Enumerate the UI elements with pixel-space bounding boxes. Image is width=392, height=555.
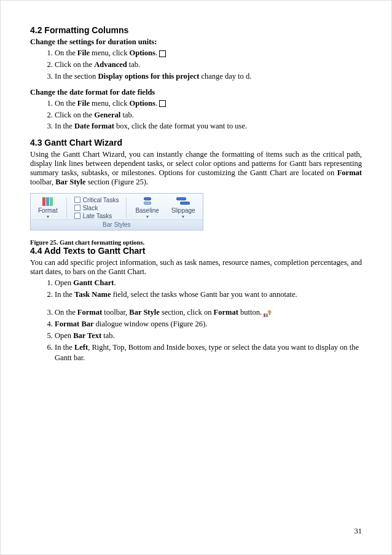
heading-4-3: 4.3 Gantt Chart Wizard xyxy=(30,138,362,148)
format-icon xyxy=(42,197,53,206)
ribbon-group-caption: Bar Styles xyxy=(31,219,203,230)
document-page: 4.2 Formatting Columns Change the settin… xyxy=(0,0,392,555)
check-late-tasks[interactable]: Late Tasks xyxy=(74,213,112,219)
steps-4-4: Open Gantt Chart. In the Task Name field… xyxy=(44,278,362,363)
svg-rect-1 xyxy=(266,313,268,317)
slippage-button[interactable]: Slippage ▾ xyxy=(168,196,199,219)
subheading-duration-units: Change the settings for duration units: xyxy=(30,37,362,47)
step: Click on the General tab. xyxy=(55,110,362,120)
check-slack[interactable]: Slack xyxy=(74,205,98,211)
format-button[interactable]: Format ▾ xyxy=(34,196,61,219)
options-icon xyxy=(159,50,166,57)
format-button-icon xyxy=(264,309,273,315)
ribbon-checks: Critical Tasks Slack Late Tasks xyxy=(72,196,122,219)
heading-4-4: 4.4 Add Texts to Gantt Chart xyxy=(30,246,362,256)
step: In the section Display options for this … xyxy=(55,71,362,82)
ribbon-figure: Format ▾ Critical Tasks Slack Late Tasks xyxy=(30,193,362,230)
steps-duration-units: On the File menu, click Options. Click o… xyxy=(44,48,362,82)
ribbon-bar-styles: Format ▾ Critical Tasks Slack Late Tasks xyxy=(30,193,203,230)
slippage-icon xyxy=(176,197,190,205)
step: On the Format toolbar, Bar Style section… xyxy=(55,306,362,318)
check-critical-tasks[interactable]: Critical Tasks xyxy=(74,197,119,203)
step: Open Gantt Chart. xyxy=(55,278,362,288)
para-4-4: You can add specific project information… xyxy=(30,258,362,277)
options-icon xyxy=(159,100,166,107)
baseline-icon xyxy=(144,197,151,205)
step: In the Date format box, click the date f… xyxy=(55,121,362,132)
step: Open Bar Text tab. xyxy=(55,331,362,341)
chevron-down-icon: ▾ xyxy=(182,214,184,219)
step: On the File menu, click Options. xyxy=(55,98,362,109)
step: In the Left, Right, Top, Bottom and Insi… xyxy=(55,342,362,363)
steps-date-format: On the File menu, click Options. Click o… xyxy=(44,98,362,132)
chevron-down-icon: ▾ xyxy=(47,214,49,219)
page-number: 31 xyxy=(355,527,363,536)
heading-4-2: 4.2 Formatting Columns xyxy=(30,25,362,35)
svg-rect-0 xyxy=(264,313,265,317)
step: Click on the Advanced tab. xyxy=(55,60,362,70)
baseline-button[interactable]: Baseline ▾ xyxy=(131,196,162,219)
step: On the File menu, click Options. xyxy=(55,48,362,58)
para-4-3: Using the Gantt Chart Wizard, you can in… xyxy=(30,150,362,187)
subheading-date-format: Change the date format for date fields xyxy=(30,88,362,97)
step: Format Bar dialogue window opens (Figure… xyxy=(55,319,362,329)
step: In the Task Name field, select the tasks… xyxy=(55,289,362,300)
figure-25-caption: Figure 25. Gant chart formatting options… xyxy=(30,239,362,246)
chevron-down-icon: ▾ xyxy=(146,214,149,219)
